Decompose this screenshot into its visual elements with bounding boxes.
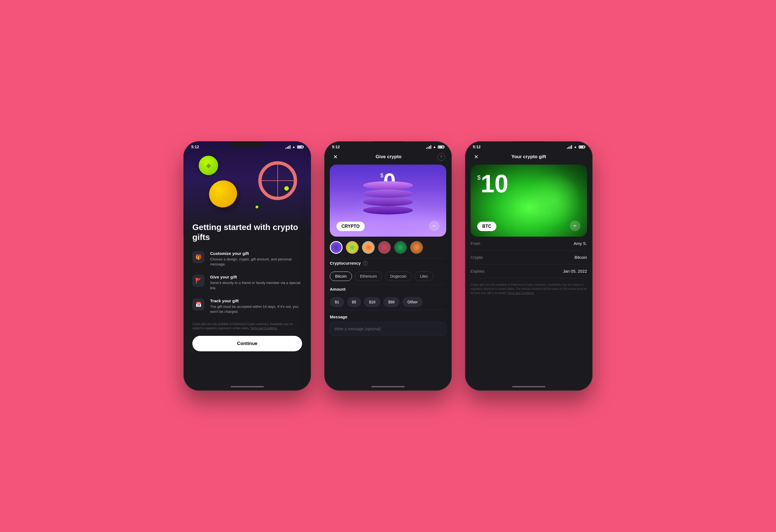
theme-selector bbox=[324, 237, 452, 258]
message-placeholder: Write a message (optional) bbox=[335, 327, 381, 331]
battery-icon-2 bbox=[438, 146, 444, 149]
gift-glow bbox=[526, 173, 581, 228]
stacked-discs bbox=[360, 176, 416, 220]
phones-container: 5:12 ▲ bbox=[183, 141, 593, 391]
wifi-icon-2: ▲ bbox=[433, 145, 436, 149]
from-value: Amy S. bbox=[574, 241, 587, 246]
amount-other[interactable]: Other bbox=[402, 297, 423, 307]
help-button-2[interactable]: ? bbox=[437, 153, 445, 161]
gift-dollar-sign: $ bbox=[477, 174, 480, 181]
wifi-icon-1: ▲ bbox=[292, 145, 296, 149]
feature-1-title: Customize your gift bbox=[210, 251, 302, 256]
phone-give-crypto: 5:12 ▲ ✕ Give crypto ? $0 bbox=[324, 141, 452, 391]
gift-details: From Amy S. Crypto Bitcoin Expires Jan 0… bbox=[465, 237, 593, 384]
phone1-content: Getting started with crypto gifts 🎁 Cust… bbox=[183, 150, 311, 384]
feature-1-desc: Choose a design, crypto, gift amount, an… bbox=[210, 257, 302, 267]
crypto-card: $0 CRYPTO ✏ bbox=[330, 165, 446, 237]
disc-4 bbox=[363, 206, 413, 215]
chip-litecoin[interactable]: Litec bbox=[415, 272, 433, 281]
phone-notch-3 bbox=[512, 141, 545, 148]
crypto-section-label: Cryptocurrency i bbox=[324, 259, 452, 268]
from-label: From bbox=[470, 241, 480, 246]
time-3: 5:12 bbox=[473, 145, 480, 149]
phone1-body: Getting started with crypto gifts 🎁 Cust… bbox=[183, 222, 311, 384]
amount-5[interactable]: $5 bbox=[347, 297, 361, 307]
signal-icon-2 bbox=[426, 145, 431, 149]
theme-option-2[interactable] bbox=[346, 241, 359, 254]
pink-circle-coin bbox=[258, 161, 297, 200]
nav-bar-3: ✕ Your crypto gift bbox=[465, 150, 593, 165]
feature-2: 🚩 Give your gift Send it directly to a f… bbox=[192, 275, 302, 290]
edit-icon-button[interactable]: ✏ bbox=[429, 221, 439, 231]
disc-2 bbox=[363, 190, 413, 198]
feature-1-text: Customize your gift Choose a design, cry… bbox=[210, 251, 302, 267]
continue-button[interactable]: Continue bbox=[192, 336, 302, 351]
battery-icon-1 bbox=[297, 146, 303, 149]
calendar-icon: 📅 bbox=[192, 298, 205, 311]
status-icons-2: ▲ bbox=[426, 145, 444, 149]
nav-bar-2: ✕ Give crypto ? bbox=[324, 150, 452, 165]
crypto-label-pill: CRYPTO bbox=[337, 222, 365, 231]
disclaimer-1: Crypto gifts are only available to Robin… bbox=[192, 322, 302, 330]
amount-50[interactable]: $50 bbox=[383, 297, 400, 307]
disc-1 bbox=[363, 181, 413, 190]
chip-dogecoin[interactable]: Dogecoin bbox=[385, 272, 412, 281]
time-1: 5:12 bbox=[191, 145, 199, 149]
home-indicator-1 bbox=[231, 386, 264, 387]
phone-notch-2 bbox=[371, 141, 405, 148]
message-section: Message Write a message (optional) bbox=[324, 310, 452, 340]
gift-amount-value: 10 bbox=[480, 170, 508, 198]
close-button-3[interactable]: ✕ bbox=[472, 153, 480, 161]
phone3-content: ✕ Your crypto gift $10 BTC ✏ bbox=[465, 150, 593, 384]
amount-10[interactable]: $10 bbox=[364, 297, 380, 307]
theme-option-4[interactable] bbox=[378, 241, 391, 254]
amount-section-label: Amount bbox=[324, 285, 452, 294]
gift-card: $10 BTC ✏ bbox=[470, 165, 587, 237]
crypto-info-icon[interactable]: i bbox=[363, 261, 368, 265]
feature-3-text: Track your gift The gift must be accepte… bbox=[210, 298, 302, 314]
crypto-value: Bitcoin bbox=[575, 255, 587, 260]
phone-notch bbox=[231, 141, 264, 148]
gift-disclaimer-link[interactable]: Terms and Conditions bbox=[508, 291, 534, 295]
amount-1[interactable]: $1 bbox=[330, 297, 344, 307]
detail-from: From Amy S. bbox=[470, 237, 587, 251]
theme-option-3[interactable] bbox=[362, 241, 375, 254]
detail-crypto: Crypto Bitcoin bbox=[470, 251, 587, 264]
close-button-2[interactable]: ✕ bbox=[331, 153, 340, 161]
crypto-illustration bbox=[183, 150, 311, 222]
disclaimer-link-1[interactable]: Terms and Conditions bbox=[250, 327, 277, 330]
status-icons-3: ▲ bbox=[567, 145, 585, 149]
chip-ethereum[interactable]: Ethereum bbox=[355, 272, 382, 281]
btc-label-text: BTC bbox=[482, 224, 492, 229]
feature-3: 📅 Track your gift The gift must be accep… bbox=[192, 298, 302, 314]
home-indicator-2 bbox=[371, 386, 405, 387]
message-input[interactable]: Write a message (optional) bbox=[330, 322, 446, 336]
gift-edit-button[interactable]: ✏ bbox=[570, 221, 580, 231]
yellow-coin bbox=[207, 177, 243, 212]
crypto-label: Crypto bbox=[470, 255, 483, 260]
signal-icon-3 bbox=[567, 145, 572, 149]
green-dot-1 bbox=[284, 186, 289, 191]
nav-title-3: Your crypto gift bbox=[511, 154, 546, 160]
nav-title-2: Give crypto bbox=[376, 154, 402, 160]
feature-1: 🎁 Customize your gift Choose a design, c… bbox=[192, 251, 302, 267]
feature-2-title: Give your gift bbox=[210, 275, 302, 279]
theme-option-1[interactable] bbox=[330, 241, 343, 254]
feature-2-text: Give your gift Send it directly to a fri… bbox=[210, 275, 302, 290]
status-icons-1: ▲ bbox=[285, 145, 303, 149]
getting-started-title: Getting started with crypto gifts bbox=[192, 222, 302, 242]
theme-option-5[interactable] bbox=[394, 241, 407, 254]
theme-option-6[interactable] bbox=[410, 241, 423, 254]
gift-disclaimer: Crypto gifts are only available to Robin… bbox=[470, 278, 587, 297]
time-2: 5:12 bbox=[332, 145, 340, 149]
crypto-card-bg: $0 CRYPTO ✏ bbox=[330, 165, 446, 237]
detail-expires: Expires Jan 05, 2022 bbox=[470, 264, 587, 278]
feature-3-desc: The gift must be accepted within 14 days… bbox=[210, 304, 302, 314]
disc-3 bbox=[363, 198, 413, 206]
expires-value: Jan 05, 2022 bbox=[563, 269, 587, 273]
flag-icon: 🚩 bbox=[192, 275, 205, 287]
chip-bitcoin[interactable]: Bitcoin bbox=[330, 272, 352, 281]
crypto-label-text: CRYPTO bbox=[342, 224, 360, 229]
feature-2-desc: Send it directly to a friend or family m… bbox=[210, 280, 302, 290]
expires-label: Expires bbox=[470, 269, 484, 273]
